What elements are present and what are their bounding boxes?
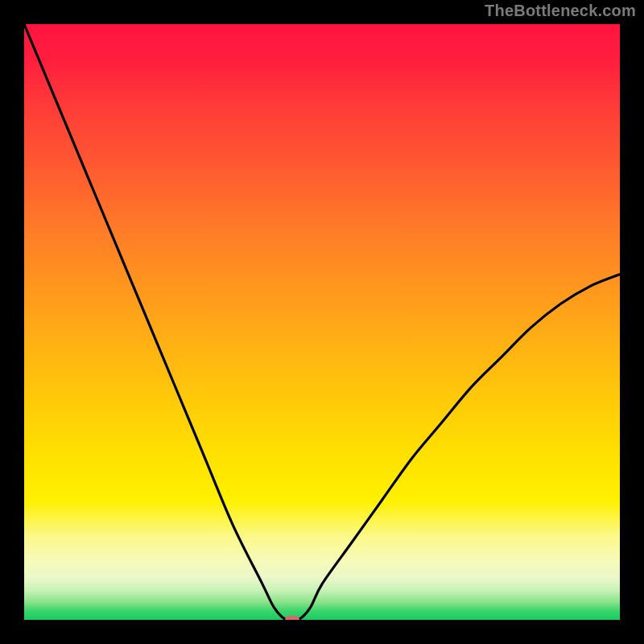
watermark-text: TheBottleneck.com — [485, 2, 636, 20]
minimum-marker — [285, 616, 299, 620]
bottleneck-curve — [24, 24, 620, 620]
chart-frame: TheBottleneck.com — [0, 0, 644, 644]
plot-area — [24, 24, 620, 620]
